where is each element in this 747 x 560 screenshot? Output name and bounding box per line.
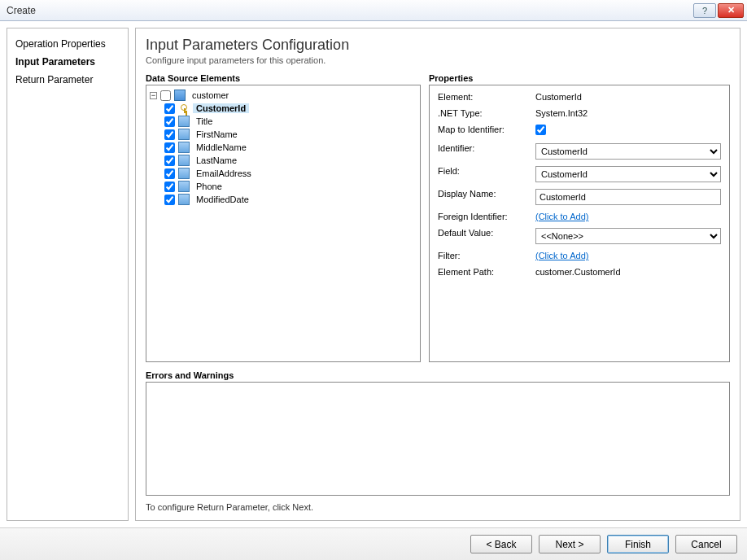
sidebar-item-operation-properties[interactable]: Operation Properties <box>14 35 121 53</box>
prop-identifier-label: Identifier: <box>438 143 527 160</box>
tree-root-row[interactable]: − customer <box>150 89 417 102</box>
tree-item[interactable]: MiddleName <box>164 141 417 154</box>
window-title: Create <box>7 5 692 16</box>
cancel-button[interactable]: Cancel <box>675 535 737 553</box>
page-subtitle: Configure input parameters for this oper… <box>146 55 730 65</box>
properties-box: Element: CustomerId .NET Type: System.In… <box>429 85 730 362</box>
tree-item[interactable]: EmailAddress <box>164 167 417 180</box>
main-panel: Input Parameters Configuration Configure… <box>135 28 740 521</box>
errors-label: Errors and Warnings <box>146 370 730 380</box>
tree-item-label[interactable]: Title <box>193 116 216 126</box>
column-icon <box>178 142 190 153</box>
next-button[interactable]: Next > <box>539 535 601 553</box>
prop-map-label: Map to Identifier: <box>438 125 527 137</box>
prop-map-checkbox[interactable] <box>535 125 546 135</box>
data-source-label: Data Source Elements <box>146 73 421 83</box>
prop-displayname-input[interactable] <box>535 189 721 205</box>
prop-element-label: Element: <box>438 92 527 102</box>
column-icon <box>178 194 190 205</box>
tree-item[interactable]: Title <box>164 115 417 128</box>
tree-root-checkbox[interactable] <box>160 90 171 101</box>
prop-filter-label: Filter: <box>438 251 527 260</box>
back-button[interactable]: < Back <box>470 535 532 553</box>
prop-defaultvalue-label: Default Value: <box>438 228 527 244</box>
prop-field-label: Field: <box>438 166 527 182</box>
data-source-tree[interactable]: − customer CustomerIdTitleFirstNameMiddl… <box>146 85 421 362</box>
finish-button[interactable]: Finish <box>607 535 669 553</box>
prop-foreignid-label: Foreign Identifier: <box>438 212 527 221</box>
tree-item-checkbox[interactable] <box>164 129 175 140</box>
prop-field-select[interactable]: CustomerId <box>535 166 721 182</box>
column-icon <box>178 155 190 166</box>
prop-identifier-select[interactable]: CustomerId <box>535 143 721 160</box>
tree-item[interactable]: FirstName <box>164 128 417 141</box>
tree-item-checkbox[interactable] <box>164 168 175 179</box>
table-icon <box>174 90 186 101</box>
tree-item[interactable]: LastName <box>164 154 417 167</box>
tree-item-checkbox[interactable] <box>164 182 175 192</box>
tree-item[interactable]: ModifiedDate <box>164 193 417 206</box>
column-icon <box>178 129 190 140</box>
column-icon <box>178 168 190 179</box>
sidebar-item-return-parameter[interactable]: Return Parameter <box>14 71 121 89</box>
button-row: < Back Next > Finish Cancel <box>0 527 747 560</box>
help-button[interactable]: ? <box>693 3 716 18</box>
tree-item-checkbox[interactable] <box>164 155 175 166</box>
tree-root-label[interactable]: customer <box>189 90 232 100</box>
prop-displayname-label: Display Name: <box>438 189 527 205</box>
sidebar: Operation Properties Input Parameters Re… <box>7 28 129 521</box>
prop-nettype-label: .NET Type: <box>438 108 527 118</box>
errors-box <box>146 382 730 496</box>
dialog-body: Operation Properties Input Parameters Re… <box>0 21 747 527</box>
page-title: Input Parameters Configuration <box>146 37 730 54</box>
tree-item[interactable]: Phone <box>164 180 417 193</box>
tree-item[interactable]: CustomerId <box>164 102 417 115</box>
column-icon <box>178 116 190 127</box>
column-icon <box>178 181 190 192</box>
properties-label: Properties <box>429 73 730 83</box>
tree-item-checkbox[interactable] <box>164 116 175 127</box>
data-source-panel: Data Source Elements − customer Customer… <box>146 73 421 362</box>
prop-nettype-value: System.Int32 <box>535 108 721 118</box>
tree-item-checkbox[interactable] <box>164 195 175 205</box>
key-icon <box>178 103 190 114</box>
tree-item-label[interactable]: CustomerId <box>193 103 249 113</box>
tree-item-label[interactable]: LastName <box>193 155 240 165</box>
tree-item-checkbox[interactable] <box>164 103 175 114</box>
tree-item-label[interactable]: EmailAddress <box>193 168 255 178</box>
prop-element-value: CustomerId <box>535 92 721 102</box>
prop-elementpath-value: customer.CustomerId <box>535 267 721 277</box>
tree-item-label[interactable]: ModifiedDate <box>193 195 252 204</box>
prop-filter-link[interactable]: (Click to Add) <box>535 251 588 260</box>
titlebar: Create ? ✕ <box>0 0 747 21</box>
tree-collapse-icon[interactable]: − <box>150 92 157 99</box>
sidebar-item-input-parameters[interactable]: Input Parameters <box>14 53 121 71</box>
tree-item-label[interactable]: FirstName <box>193 129 241 139</box>
tree-item-checkbox[interactable] <box>164 142 175 153</box>
properties-panel: Properties Element: CustomerId .NET Type… <box>429 73 730 362</box>
footer-hint: To configure Return Parameter, click Nex… <box>146 502 730 512</box>
close-button[interactable]: ✕ <box>718 3 744 18</box>
prop-foreignid-link[interactable]: (Click to Add) <box>535 212 588 221</box>
tree-item-label[interactable]: MiddleName <box>193 142 250 152</box>
prop-defaultvalue-select[interactable]: <<None>> <box>535 228 721 244</box>
prop-elementpath-label: Element Path: <box>438 267 527 277</box>
tree-item-label[interactable]: Phone <box>193 182 225 191</box>
